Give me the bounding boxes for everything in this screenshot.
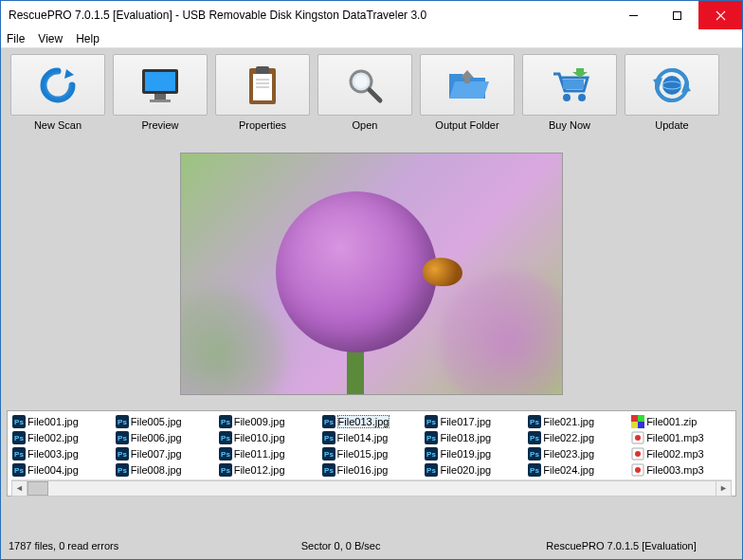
file-list-panel: PsFile001.jpgPsFile002.jpgPsFile003.jpgP…	[7, 410, 736, 497]
ps-file-icon: Ps	[425, 463, 438, 477]
file-item[interactable]: PsFile002.jpg	[11, 429, 113, 445]
close-button[interactable]	[698, 1, 742, 29]
ps-file-icon: Ps	[425, 447, 438, 461]
file-item[interactable]: File003.mp3	[630, 461, 732, 478]
svg-rect-17	[563, 80, 584, 89]
file-item[interactable]: PsFile006.jpg	[115, 429, 216, 445]
ps-file-icon: Ps	[425, 415, 438, 428]
file-item[interactable]: PsFile007.jpg	[115, 445, 216, 461]
ps-file-icon: Ps	[322, 415, 335, 428]
file-item[interactable]: PsFile011.jpg	[218, 445, 319, 461]
file-name: File017.jpg	[440, 416, 491, 427]
scroll-right-button[interactable]: ►	[716, 480, 732, 497]
file-name: File014.jpg	[337, 432, 389, 443]
file-item[interactable]: File002.mp3	[630, 445, 732, 461]
refresh-icon	[10, 54, 105, 116]
file-item[interactable]: PsFile014.jpg	[321, 429, 423, 445]
file-item[interactable]: PsFile018.jpg	[424, 429, 525, 445]
properties-button[interactable]: Properties	[215, 54, 310, 131]
svg-text:Ps: Ps	[118, 418, 127, 426]
preview-label: Preview	[141, 119, 178, 131]
scroll-left-button[interactable]: ◄	[11, 480, 27, 497]
file-item[interactable]: File001.zip	[630, 413, 732, 429]
ps-file-icon: Ps	[116, 415, 129, 428]
update-button[interactable]: Update	[625, 54, 719, 131]
file-item[interactable]: PsFile022.jpg	[527, 429, 628, 445]
buy-now-button[interactable]: Buy Now	[522, 54, 617, 131]
file-name: File003.jpg	[27, 448, 79, 460]
menu-view[interactable]: View	[38, 32, 63, 45]
magnifier-icon	[317, 54, 412, 116]
titlebar: RescuePRO 7.0.1.5 [Evaluation] - USB Rem…	[1, 1, 742, 29]
buy-now-label: Buy Now	[549, 119, 590, 131]
menubar: File View Help	[1, 29, 742, 48]
file-name: File020.jpg	[440, 464, 491, 476]
preview-button[interactable]: Preview	[113, 54, 208, 131]
file-name: File009.jpg	[234, 416, 285, 427]
file-name: File005.jpg	[131, 416, 182, 427]
scroll-thumb[interactable]	[27, 481, 48, 496]
preview-image	[180, 153, 563, 395]
properties-label: Properties	[239, 119, 286, 131]
file-item[interactable]: PsFile005.jpg	[115, 413, 216, 429]
new-scan-button[interactable]: New Scan	[10, 54, 105, 131]
file-item[interactable]: PsFile008.jpg	[115, 461, 216, 478]
file-name: File015.jpg	[337, 448, 389, 460]
open-button[interactable]: Open	[317, 54, 412, 131]
ps-file-icon: Ps	[12, 447, 26, 461]
horizontal-scrollbar[interactable]: ◄ ►	[11, 479, 732, 496]
file-item[interactable]: PsFile013.jpg	[321, 413, 423, 429]
file-item[interactable]: PsFile012.jpg	[218, 461, 319, 478]
file-name: File012.jpg	[234, 464, 285, 476]
open-label: Open	[353, 119, 378, 131]
file-name: File018.jpg	[440, 432, 491, 443]
file-name: File006.jpg	[131, 432, 182, 443]
file-item[interactable]: PsFile004.jpg	[11, 461, 113, 478]
menu-file[interactable]: File	[7, 32, 25, 45]
svg-rect-5	[145, 72, 175, 91]
file-name: File023.jpg	[543, 448, 594, 460]
svg-point-75	[635, 435, 641, 441]
scroll-track[interactable]	[27, 480, 716, 497]
file-item[interactable]: PsFile023.jpg	[527, 445, 628, 461]
maximize-button[interactable]	[655, 1, 698, 29]
ps-file-icon: Ps	[322, 463, 335, 477]
file-item[interactable]: PsFile019.jpg	[424, 445, 525, 461]
file-item[interactable]: PsFile021.jpg	[527, 413, 628, 429]
svg-rect-71	[638, 415, 644, 422]
svg-text:Ps: Ps	[530, 466, 539, 475]
file-item[interactable]: PsFile016.jpg	[321, 461, 423, 478]
svg-text:Ps: Ps	[324, 434, 334, 443]
file-name: File007.jpg	[131, 448, 182, 460]
minimize-button[interactable]	[611, 1, 655, 29]
file-item[interactable]: PsFile020.jpg	[424, 461, 525, 478]
file-item[interactable]: PsFile009.jpg	[218, 413, 319, 429]
file-item[interactable]: PsFile017.jpg	[424, 413, 525, 429]
file-name: File024.jpg	[543, 464, 594, 476]
file-name: File004.jpg	[27, 464, 79, 476]
file-name: File010.jpg	[234, 432, 285, 443]
clipboard-icon	[215, 54, 310, 116]
file-item[interactable]: File001.mp3	[630, 429, 732, 445]
menu-help[interactable]: Help	[76, 32, 100, 45]
ps-file-icon: Ps	[116, 431, 129, 444]
ps-file-icon: Ps	[528, 431, 541, 444]
status-sector: Sector 0, 0 B/sec	[197, 540, 490, 551]
file-item[interactable]: PsFile003.jpg	[11, 445, 113, 461]
output-folder-button[interactable]: Output Folder	[420, 54, 515, 131]
file-name: File002.mp3	[646, 448, 704, 460]
update-label: Update	[655, 119, 688, 131]
file-name: File021.jpg	[543, 416, 594, 427]
file-item[interactable]: PsFile015.jpg	[321, 445, 423, 461]
file-item[interactable]: PsFile024.jpg	[527, 461, 628, 478]
folder-up-icon	[420, 54, 515, 116]
status-files: 1787 files, 0 read errors	[9, 540, 197, 551]
ps-file-icon: Ps	[12, 415, 26, 428]
svg-text:Ps: Ps	[427, 450, 437, 459]
ps-file-icon: Ps	[219, 415, 232, 428]
file-name: File016.jpg	[337, 464, 389, 476]
ps-file-icon: Ps	[12, 431, 26, 444]
file-item[interactable]: PsFile001.jpg	[11, 413, 113, 429]
file-item[interactable]: PsFile010.jpg	[218, 429, 319, 445]
svg-text:Ps: Ps	[324, 450, 334, 459]
